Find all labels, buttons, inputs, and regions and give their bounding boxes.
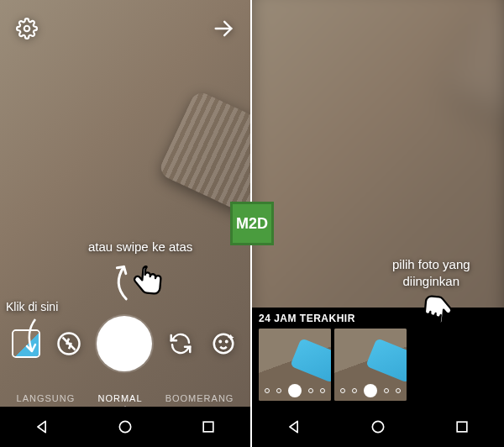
pick-line2: diinginkan	[403, 274, 460, 288]
screenshot-left: atau swipe ke atas Klik di sini LANGSUNG…	[0, 0, 252, 447]
mode-live[interactable]: LANGSUNG	[17, 393, 76, 403]
switch-camera-button[interactable]	[165, 329, 196, 359]
svg-rect-10	[457, 422, 467, 432]
pick-line1: pilih foto yang	[392, 257, 470, 271]
settings-button[interactable]	[12, 13, 42, 44]
nav-recents-button[interactable]	[193, 412, 223, 442]
gallery-photo-1[interactable]	[259, 329, 331, 401]
watermark-badge: M2D	[230, 202, 274, 245]
gallery-section-header: 24 JAM TERAKHIR	[259, 313, 497, 324]
svg-point-7	[119, 421, 130, 432]
gallery-photo-2[interactable]	[334, 329, 407, 401]
nav-home-button[interactable]	[363, 412, 393, 442]
switch-camera-icon	[168, 331, 193, 356]
nav-recents-button[interactable]	[447, 412, 477, 442]
pick-photo-annotation: pilih foto yang diinginkan	[392, 256, 470, 289]
circle-home-icon	[117, 418, 134, 435]
mode-normal[interactable]: NORMAL	[97, 393, 142, 403]
screenshot-right: pilih foto yang diinginkan 24 JAM TERAKH…	[252, 0, 504, 447]
svg-point-5	[220, 341, 222, 343]
capture-modes[interactable]: LANGSUNG NORMAL BOOMERANG	[0, 393, 250, 403]
arrow-right-icon	[212, 17, 235, 40]
triangle-back-icon	[286, 418, 302, 435]
gallery-panel[interactable]: 24 JAM TERAKHIR	[252, 308, 504, 407]
flash-button[interactable]	[54, 329, 84, 359]
point-down-gesture	[417, 289, 458, 333]
hand-pointer-down-icon	[417, 289, 458, 329]
subject-object-blurred	[447, 0, 504, 152]
arrow-to-thumbnail	[20, 318, 45, 358]
face-filters-button[interactable]	[208, 329, 239, 359]
story-top-bar	[0, 10, 250, 47]
gear-icon	[16, 18, 38, 39]
svg-rect-8	[203, 422, 213, 432]
swipe-curve-icon	[108, 260, 134, 302]
face-sparkle-icon	[211, 331, 236, 356]
click-annotation: Klik di sini	[6, 299, 58, 314]
flash-off-icon	[56, 331, 81, 356]
mode-boomerang[interactable]: BOOMERANG	[165, 393, 234, 403]
android-navbar	[0, 407, 250, 447]
svg-point-6	[226, 341, 228, 343]
square-recents-icon	[200, 418, 217, 435]
swipe-annotation: atau swipe ke atas	[88, 239, 192, 255]
nav-back-button[interactable]	[27, 412, 57, 442]
shutter-button[interactable]	[97, 316, 152, 371]
svg-point-9	[372, 421, 383, 432]
square-recents-icon	[454, 418, 470, 435]
circle-home-icon	[370, 418, 386, 435]
svg-point-0	[24, 26, 30, 32]
camera-viewfinder	[0, 0, 250, 447]
nav-back-button[interactable]	[279, 412, 309, 442]
android-navbar	[252, 407, 504, 447]
nav-home-button[interactable]	[110, 412, 140, 442]
swipe-up-gesture	[128, 260, 168, 304]
forward-button[interactable]	[208, 13, 239, 44]
gallery-row	[259, 329, 497, 401]
triangle-back-icon	[34, 418, 50, 435]
